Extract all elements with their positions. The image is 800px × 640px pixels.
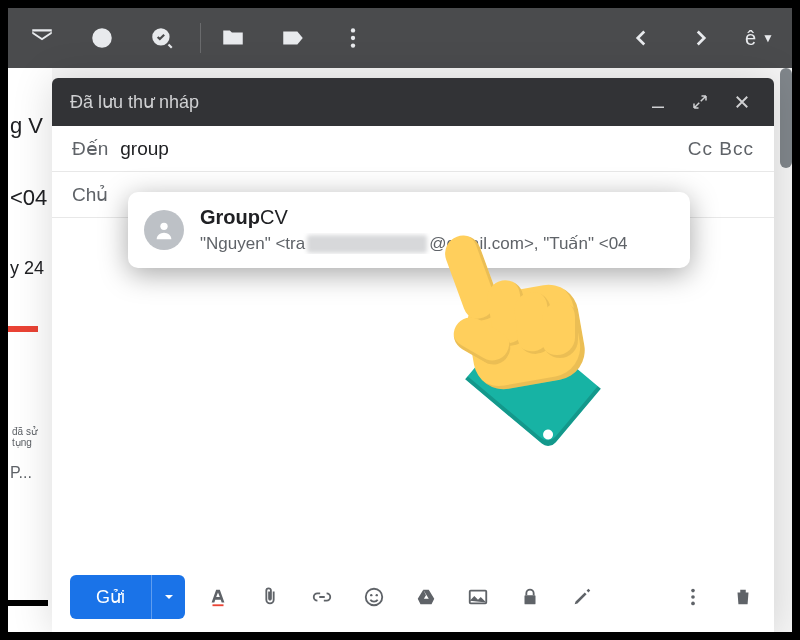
move-to-icon[interactable]	[217, 22, 249, 54]
compose-footer: Gửi	[52, 572, 774, 632]
to-input[interactable]	[120, 138, 688, 160]
svg-point-7	[366, 589, 383, 606]
avatar-icon	[144, 210, 184, 250]
svg-point-2	[351, 28, 355, 32]
send-button-label: Gửi	[70, 575, 151, 619]
format-toolbar	[205, 584, 595, 610]
more-options-icon[interactable]	[680, 584, 706, 610]
lock-icon[interactable]	[517, 584, 543, 610]
suggestion-name: GroupCV	[200, 206, 628, 229]
close-icon[interactable]	[728, 88, 756, 116]
bg-date-fragment: y 24	[8, 256, 52, 280]
svg-rect-6	[213, 604, 224, 606]
bg-chip-fragment: <04	[8, 186, 52, 210]
more-icon[interactable]	[337, 22, 369, 54]
older-icon[interactable]	[625, 22, 657, 54]
send-more-icon[interactable]	[151, 575, 185, 619]
to-label: Đến	[72, 137, 108, 160]
svg-point-15	[160, 223, 167, 230]
format-text-icon[interactable]	[205, 584, 231, 610]
archive-icon[interactable]	[26, 22, 58, 54]
expand-icon[interactable]	[686, 88, 714, 116]
pen-icon[interactable]	[569, 584, 595, 610]
bg-bottom-bar	[8, 588, 52, 618]
label-icon[interactable]	[277, 22, 309, 54]
delete-draft-icon[interactable]	[730, 584, 756, 610]
bg-p-fragment: P...	[8, 464, 52, 488]
main-toolbar: ê ▼	[8, 8, 792, 68]
svg-rect-5	[652, 107, 664, 109]
snooze-icon[interactable]	[86, 22, 118, 54]
compose-header: Đã lưu thư nháp	[52, 78, 774, 126]
account-letter: ê	[745, 27, 756, 50]
send-button[interactable]: Gửi	[70, 575, 185, 619]
svg-point-4	[351, 43, 355, 47]
newer-icon[interactable]	[685, 22, 717, 54]
svg-point-9	[376, 594, 378, 596]
minimize-icon[interactable]	[644, 88, 672, 116]
svg-point-8	[370, 594, 372, 596]
caret-down-icon: ▼	[762, 31, 774, 45]
svg-point-0	[92, 28, 112, 48]
mark-done-icon[interactable]	[146, 22, 178, 54]
svg-point-14	[691, 602, 695, 606]
drive-icon[interactable]	[413, 584, 439, 610]
svg-rect-11	[525, 595, 536, 604]
link-icon[interactable]	[309, 584, 335, 610]
svg-point-12	[691, 589, 695, 593]
account-switcher[interactable]: ê ▼	[745, 27, 774, 50]
recipients-row[interactable]: Đến Cc Bcc	[52, 126, 774, 172]
pointing-hand-graphic	[398, 234, 598, 434]
emoji-icon[interactable]	[361, 584, 387, 610]
bg-color-bar	[8, 322, 52, 352]
bg-misc-fragment: đã sử tụng	[8, 426, 52, 444]
photo-icon[interactable]	[465, 584, 491, 610]
attach-icon[interactable]	[257, 584, 283, 610]
cc-link[interactable]: Cc Bcc	[688, 138, 754, 160]
bg-title-fragment: g V	[8, 108, 52, 144]
compose-title: Đã lưu thư nháp	[70, 91, 630, 113]
scrollbar[interactable]	[780, 68, 792, 168]
subject-label: Chủ	[72, 183, 108, 206]
svg-point-13	[691, 595, 695, 599]
svg-point-3	[351, 36, 355, 40]
toolbar-separator	[200, 23, 201, 53]
